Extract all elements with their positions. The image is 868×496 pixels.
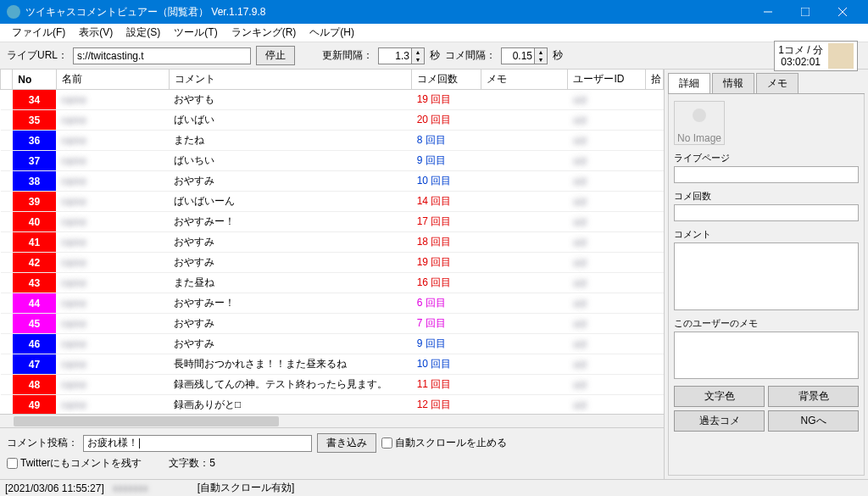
- maximize-button[interactable]: [787, 0, 824, 24]
- bgcolor-button[interactable]: 背景色: [768, 386, 859, 407]
- menu-tools[interactable]: ツール(T): [167, 24, 224, 42]
- cell-memo: [481, 110, 568, 131]
- cell-uid: uid: [568, 212, 646, 232]
- cell-count: 10 回目: [412, 171, 481, 192]
- cell-no: 42: [13, 253, 56, 273]
- table-row[interactable]: 34nameおやすも19 回目uid: [1, 90, 664, 110]
- status-autoscroll: [自動スクロール有効]: [198, 481, 295, 495]
- table-row[interactable]: 44nameおやすみー！6 回目uid: [1, 293, 664, 314]
- menu-ranking[interactable]: ランキング(R): [225, 24, 303, 42]
- cell-count: 18 回目: [412, 232, 481, 253]
- usermemo-box[interactable]: [674, 332, 859, 379]
- table-row[interactable]: 36nameまたね8 回目uid: [1, 131, 664, 151]
- table-row[interactable]: 37nameばいちい9 回目uid: [1, 151, 664, 171]
- comment-interval-spinner[interactable]: ▲▼: [535, 47, 548, 64]
- cell-uid: uid: [568, 375, 646, 395]
- table-row[interactable]: 45nameおやすみ7 回目uid: [1, 314, 664, 334]
- close-button[interactable]: [824, 0, 861, 24]
- menu-view[interactable]: 表示(V): [72, 24, 120, 42]
- livepage-box[interactable]: [674, 166, 859, 183]
- tab-memo[interactable]: メモ: [756, 73, 798, 93]
- cell-memo: [481, 171, 568, 192]
- cell-ext: [646, 293, 664, 314]
- comment-interval-input[interactable]: [501, 47, 535, 64]
- cell-uid: uid: [568, 232, 646, 253]
- compose-input[interactable]: [83, 435, 312, 452]
- cell-count: 6 回目: [412, 293, 481, 314]
- cell-name: name: [56, 131, 169, 151]
- cell-ext: [646, 334, 664, 354]
- table-row[interactable]: 43nameまた昼ね16 回目uid: [1, 273, 664, 293]
- minimize-button[interactable]: [749, 0, 787, 24]
- table-row[interactable]: 39nameばいばいーん14 回目uid: [1, 192, 664, 212]
- stop-button[interactable]: 停止: [256, 46, 295, 65]
- header-memo[interactable]: メモ: [481, 70, 568, 90]
- sec-label-2: 秒: [553, 48, 563, 63]
- cell-ext: [646, 375, 664, 395]
- cell-uid: uid: [568, 334, 646, 354]
- usermemo-label: このユーザーのメモ: [674, 317, 859, 330]
- h-scrollbar[interactable]: [0, 414, 664, 427]
- menu-file[interactable]: ファイル(F): [5, 24, 72, 42]
- compose-submit[interactable]: 書き込み: [317, 433, 376, 453]
- table-row[interactable]: 35nameばいばい20 回目uid: [1, 110, 664, 131]
- cell-memo: [481, 253, 568, 273]
- cell-comment: 長時間おつかれさま！！また昼来るね: [169, 354, 412, 375]
- menu-help[interactable]: ヘルプ(H): [303, 24, 361, 42]
- cell-count: 17 回目: [412, 212, 481, 232]
- count-box: [674, 204, 859, 221]
- table-row[interactable]: 38nameおやすみ10 回目uid: [1, 171, 664, 192]
- table-row[interactable]: 41nameおやすみ18 回目uid: [1, 232, 664, 253]
- cell-name: name: [56, 395, 169, 415]
- cell-name: name: [56, 110, 169, 131]
- update-interval-spinner[interactable]: ▲▼: [412, 47, 425, 64]
- cell-no: 38: [13, 171, 56, 192]
- cell-comment: おやすも: [169, 90, 412, 110]
- table-row[interactable]: 46nameおやすみ9 回目uid: [1, 334, 664, 354]
- rate-line1: 1コメ / 分: [778, 44, 823, 56]
- twitter-also-checkbox[interactable]: [7, 458, 18, 469]
- tab-info[interactable]: 情報: [712, 73, 754, 93]
- twitter-also-check[interactable]: Twitterにもコメントを残す: [7, 456, 142, 471]
- header-uid[interactable]: ユーザーID: [568, 70, 646, 90]
- stop-autoscroll-check[interactable]: 自動スクロールを止める: [381, 436, 507, 450]
- row-gutter: [1, 354, 13, 375]
- cell-no: 45: [13, 314, 56, 334]
- menu-settings[interactable]: 設定(S): [120, 24, 167, 42]
- cell-name: name: [56, 314, 169, 334]
- header-no[interactable]: No: [13, 70, 56, 90]
- tab-detail[interactable]: 詳細: [668, 73, 710, 93]
- live-url-input[interactable]: [73, 47, 251, 64]
- update-interval-input[interactable]: [378, 47, 412, 64]
- row-gutter: [1, 212, 13, 232]
- cell-name: name: [56, 334, 169, 354]
- row-gutter: [1, 232, 13, 253]
- header-ext[interactable]: 拾: [646, 70, 664, 90]
- header-blank[interactable]: [1, 70, 13, 90]
- table-row[interactable]: 47name長時間おつかれさま！！また昼来るね10 回目uid: [1, 354, 664, 375]
- count-label: コメ回数: [674, 190, 859, 203]
- table-row[interactable]: 42nameおやすみ19 回目uid: [1, 253, 664, 273]
- stop-autoscroll-checkbox[interactable]: [381, 437, 392, 449]
- cell-ext: [646, 110, 664, 131]
- live-url-label: ライブURL：: [7, 48, 68, 63]
- cell-no: 36: [13, 131, 56, 151]
- cell-no: 46: [13, 334, 56, 354]
- comment-box[interactable]: [674, 242, 859, 310]
- row-gutter: [1, 131, 13, 151]
- cell-name: name: [56, 90, 169, 110]
- cell-memo: [481, 314, 568, 334]
- header-name[interactable]: 名前: [56, 70, 169, 90]
- table-row[interactable]: 49name録画ありがと□12 回目uid: [1, 395, 664, 415]
- header-count[interactable]: コメ回数: [412, 70, 481, 90]
- cell-memo: [481, 395, 568, 415]
- past-button[interactable]: 過去コメ: [674, 410, 765, 432]
- textcolor-button[interactable]: 文字色: [674, 386, 765, 407]
- cell-memo: [481, 90, 568, 110]
- table-row[interactable]: 48name録画残してんの神。テスト終わったら見ます。11 回目uid: [1, 375, 664, 395]
- header-comment[interactable]: コメント: [169, 70, 412, 90]
- table-row[interactable]: 40nameおやすみー！17 回目uid: [1, 212, 664, 232]
- cell-memo: [481, 151, 568, 171]
- ng-button[interactable]: NGへ: [768, 410, 859, 432]
- cell-no: 49: [13, 395, 56, 415]
